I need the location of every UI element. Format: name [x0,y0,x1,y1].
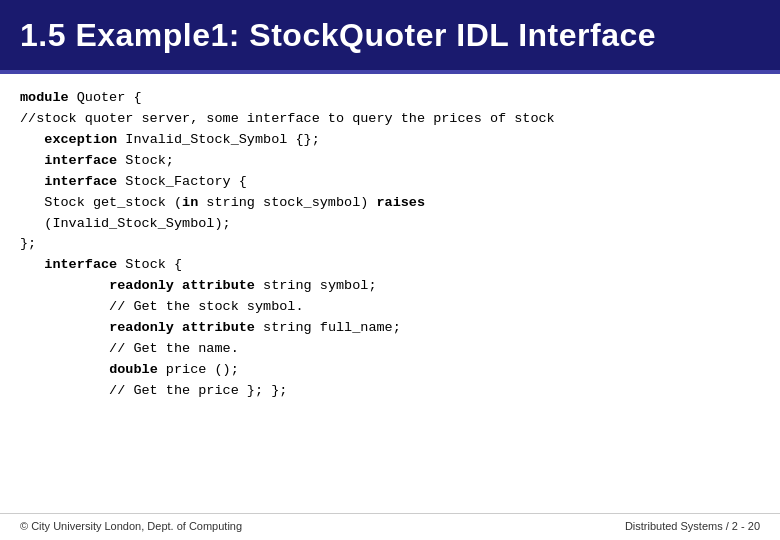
code-line-3: exception Invalid_Stock_Symbol {}; [20,130,760,151]
code-line-7: (Invalid_Stock_Symbol); [20,214,760,235]
slide-title: 1.5 Example1: StockQuoter IDL Interface [20,17,656,54]
code-line-10: readonly attribute string symbol; [20,276,760,297]
keyword-attribute-2: attribute [182,320,255,335]
code-line-14: double price (); [20,360,760,381]
code-line-5: interface Stock_Factory { [20,172,760,193]
keyword-exception: exception [44,132,117,147]
keyword-interface-3: interface [44,257,117,272]
code-block: module Quoter { //stock quoter server, s… [20,88,760,505]
code-line-8: }; [20,234,760,255]
keyword-readonly-2: readonly [109,320,174,335]
code-line-12: readonly attribute string full_name; [20,318,760,339]
footer-copyright: © City University London, Dept. of Compu… [20,520,242,532]
code-line-9: interface Stock { [20,255,760,276]
title-bar: 1.5 Example1: StockQuoter IDL Interface [0,0,780,70]
footer: © City University London, Dept. of Compu… [0,513,780,540]
keyword-readonly-1: readonly [109,278,174,293]
keyword-attribute-1: attribute [182,278,255,293]
slide: 1.5 Example1: StockQuoter IDL Interface … [0,0,780,540]
keyword-module: module [20,90,69,105]
keyword-interface-1: interface [44,153,117,168]
code-line-2: //stock quoter server, some interface to… [20,109,760,130]
footer-page: Distributed Systems / 2 - 20 [625,520,760,532]
code-line-6: Stock get_stock (in string stock_symbol)… [20,193,760,214]
code-line-4: interface Stock; [20,151,760,172]
code-line-13: // Get the name. [20,339,760,360]
keyword-raises: raises [376,195,425,210]
code-line-1: module Quoter { [20,88,760,109]
keyword-in: in [182,195,198,210]
content-area: module Quoter { //stock quoter server, s… [0,74,780,513]
keyword-double: double [109,362,158,377]
keyword-interface-2: interface [44,174,117,189]
code-line-15: // Get the price }; }; [20,381,760,402]
code-line-11: // Get the stock symbol. [20,297,760,318]
